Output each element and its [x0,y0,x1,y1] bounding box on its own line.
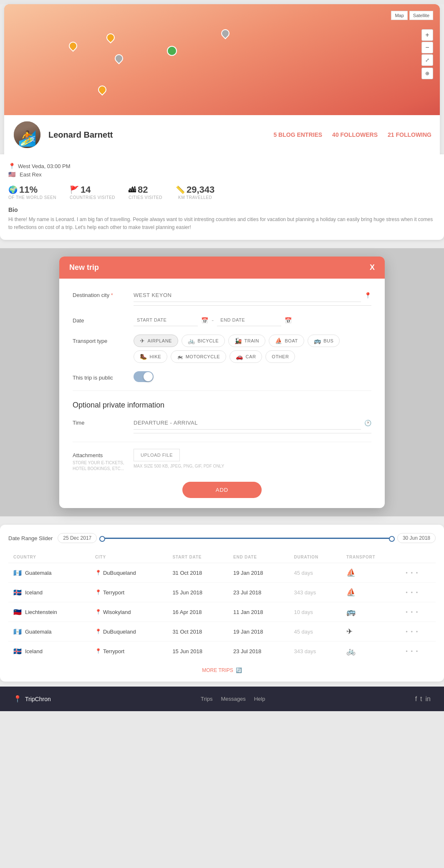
actions-cell-4[interactable]: • • • [401,642,436,661]
upload-file-button[interactable]: UPLOAD FILE [134,449,180,461]
transport-other-button[interactable]: OTHER [265,350,295,363]
more-options-button-3[interactable]: • • • [406,629,419,635]
zoom-out-button[interactable]: − [421,42,433,53]
more-trips-link[interactable]: MORE TRIPS 🔄 [8,667,436,673]
col-duration: DURATION [289,551,342,563]
boat-icon: ⛵ [275,337,283,344]
actions-cell-0[interactable]: • • • [401,563,436,583]
duration-cell-1: 343 days [289,583,342,602]
footer-messages-link[interactable]: Messages [221,696,245,702]
city-cell-2: 📍 Wisokyland [90,602,168,622]
map-tools: ⤢ ⊕ [421,54,433,79]
city-name-2: Wisokyland [103,609,131,615]
time-input-wrapper: 🕐 [134,416,371,433]
flag-icon-3: 🇬🇹 [13,628,22,636]
end-date-calendar-icon: 📅 [285,317,292,324]
transport-icon-0: ⛵ [346,569,356,577]
end-date-input[interactable] [217,314,281,326]
table-row: 🇱🇮 Liechtenstein 📍 Wisokyland 16 Apr 201… [8,602,436,622]
more-options-button-1[interactable]: • • • [406,589,419,596]
more-options-button-4[interactable]: • • • [406,648,419,654]
following-stat[interactable]: 21 FOLLOWING [388,131,431,138]
transport-bus-button[interactable]: 🚌 BUS [308,335,340,347]
actions-cell-3[interactable]: • • • [401,622,436,642]
footer-help-link[interactable]: Help [254,696,265,702]
city-name-0: DuBuqueland [103,570,136,576]
end-date-cell-1: 23 Jul 2018 [228,583,289,602]
fullscreen-icon[interactable]: ⤢ [421,54,433,66]
date-separator: - [212,317,214,324]
time-input[interactable] [134,416,361,430]
car-icon: 🚗 [236,353,243,360]
date-row: Date 📅 - 📅 [73,314,371,326]
country-cell-0: 🇬🇹 Guatemala [8,563,90,583]
col-transport: TRANSPORT [341,551,401,563]
blog-entries-stat[interactable]: 5 BLOG ENTRIES [273,131,322,138]
footer-trips-link[interactable]: Trips [201,696,212,702]
country-flag-icon: 🇺🇸 [8,171,15,178]
facebook-icon[interactable]: f [415,695,417,703]
footer-nav: Trips Messages Help [201,696,265,702]
profile-name: Leonard Barnett [48,130,273,140]
destination-input-wrapper: 📍 [134,289,371,306]
city-pin-icon-4: 📍 [95,648,101,654]
transport-hike-button[interactable]: 🥾 HIKE [134,350,167,363]
optional-title: Optional private information [73,401,371,410]
actions-cell-1[interactable]: • • • [401,583,436,602]
more-options-button-2[interactable]: • • • [406,609,419,615]
start-date-cell-0: 31 Oct 2018 [167,563,228,583]
destination-input[interactable] [134,289,361,302]
transport-car-button[interactable]: 🚗 CAR [230,350,262,363]
flag-icon-2: 🇱🇮 [13,608,22,616]
bio-text: Hi there! My name is Leonard. I am big f… [8,216,436,231]
country-name-2: Liechtenstein [25,609,57,615]
airplane-icon: ✈ [140,337,145,344]
airplane-label: AIRPLANE [148,338,172,343]
add-button[interactable]: ADD [182,482,262,498]
transport-bicycle-button[interactable]: 🚲 BICYCLE [182,335,225,347]
brand-icon: 📍 [13,695,22,703]
map-view-button[interactable]: Map [391,11,407,20]
city-pin-icon-3: 📍 [95,629,101,634]
transport-row: Transport type ✈ AIRPLANE 🚲 BICYCLE 🚂 [73,335,371,363]
linkedin-icon[interactable]: in [426,695,431,703]
transport-cell-4: 🚲 [341,642,401,661]
col-city: CITY [90,551,168,563]
motorcycle-icon: 🏍 [177,353,183,360]
km-travelled-stat: 📏 29,343 KM TRAVELLED [176,184,214,200]
transport-boat-button[interactable]: ⛵ BOAT [269,335,304,347]
transport-icon-3: ✈ [346,627,353,636]
city-name-3: DuBuqueland [103,629,136,635]
trip-table-section: Date Range Slider 25 Dec 2017 30 Jun 201… [0,525,444,682]
range-slider[interactable] [102,538,392,539]
twitter-icon[interactable]: t [420,695,422,703]
date-label: Date [73,314,127,324]
start-date-input[interactable] [134,314,198,326]
public-row: This trip is public [73,371,371,382]
public-toggle[interactable] [134,371,154,382]
modal-close-button[interactable]: X [370,263,375,272]
actions-cell-2[interactable]: • • • [401,602,436,622]
start-date-cell-2: 16 Apr 2018 [167,602,228,622]
bio-section: Bio Hi there! My name is Leonard. I am b… [8,206,436,231]
date-to-pill[interactable]: 30 Jun 2018 [397,533,436,543]
modal-body: Destination city * 📍 Date 📅 - [59,279,385,508]
attachments-hint: STORE YOUR E-TICKETS, HOTEL BOOKINGS, ET… [73,460,127,472]
country-cell-1: 🇮🇸 Iceland [8,583,90,602]
zoom-in-button[interactable]: + [421,29,433,41]
satellite-view-button[interactable]: Satellite [409,11,433,20]
followers-stat[interactable]: 40 FOLLOWERS [332,131,378,138]
duration-cell-3: 45 days [289,622,342,642]
globe-icon: 🌍 [8,185,18,194]
date-from-pill[interactable]: 25 Dec 2017 [58,533,97,543]
more-options-button-0[interactable]: • • • [406,570,419,576]
transport-motorcycle-button[interactable]: 🏍 MOTORCYCLE [171,350,226,363]
transport-airplane-button[interactable]: ✈ AIRPLANE [134,335,178,347]
attachments-label-block: Attachments STORE YOUR E-TICKETS, HOTEL … [73,449,127,472]
add-btn-wrap: ADD [73,482,371,498]
transport-train-button[interactable]: 🚂 TRAIN [228,335,265,347]
duration-cell-0: 45 days [289,563,342,583]
footer-brand: 📍 TripChron [13,695,51,703]
duration-cell-2: 10 days [289,602,342,622]
target-icon[interactable]: ⊕ [421,68,433,79]
